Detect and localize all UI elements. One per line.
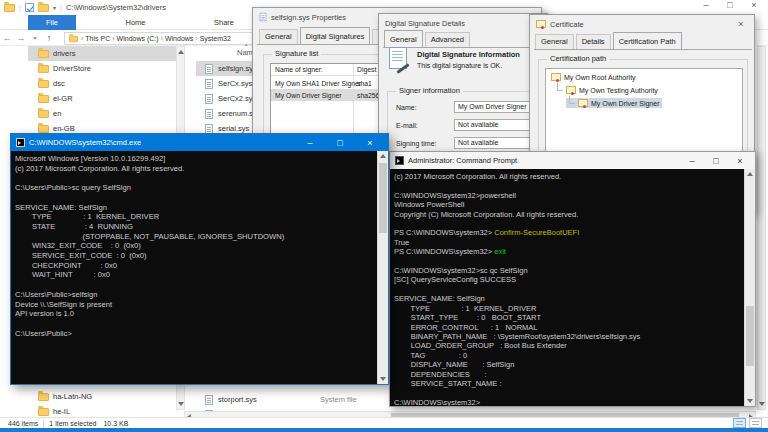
system-file-icon xyxy=(205,124,213,134)
signature-list-label: Signature list xyxy=(272,49,321,58)
scroll-down-icon[interactable] xyxy=(759,402,765,406)
forward-icon[interactable]: → xyxy=(14,33,28,43)
cmd-window: C:\WINDOWS\system32\cmd.exe – □ × Micros… xyxy=(10,133,389,385)
system-file-icon xyxy=(260,13,267,22)
breadcrumb-item: ›This PC xyxy=(81,35,110,42)
system-file-icon xyxy=(205,64,213,74)
file-row-storport[interactable]: storport.sysSystem file xyxy=(196,392,386,407)
files-vscrollbar[interactable] xyxy=(757,46,766,410)
close-icon[interactable]: × xyxy=(742,0,766,10)
back-icon[interactable]: ← xyxy=(0,33,14,43)
tab-general[interactable]: General xyxy=(535,34,574,49)
cert-node-testing-authority[interactable]: My Own Testing Authority xyxy=(554,85,661,95)
taskbar-edge[interactable] xyxy=(0,428,768,432)
certificate-title: Certificate xyxy=(550,20,584,29)
maximize-icon[interactable]: □ xyxy=(718,0,742,10)
desktop: | ▾ | C:\Windows\System32\drivers – □ × … xyxy=(0,0,768,432)
details-view-icon[interactable] xyxy=(733,418,746,428)
admin-cmd-text: (c) 2017 Microsoft Corporation. All righ… xyxy=(394,172,742,406)
cert-node-root-authority[interactable]: My Own Root Authority xyxy=(548,72,639,82)
tab-digital-signatures[interactable]: Digital Signatures xyxy=(300,27,371,44)
close-icon[interactable]: × xyxy=(357,138,383,148)
history-caret-icon[interactable]: ▾ xyxy=(28,34,42,41)
cmd-text: Microsoft Windows [Version 10.0.16299.49… xyxy=(15,154,375,384)
maximize-icon[interactable]: □ xyxy=(327,138,353,148)
signer-name-field[interactable]: My Own Driver Signer xyxy=(454,101,540,113)
vscroll-thumb[interactable] xyxy=(746,306,754,366)
tree-item-driverstore[interactable]: DriverStore xyxy=(28,61,178,76)
signing-time-field[interactable]: Not available xyxy=(454,137,540,149)
folder-icon xyxy=(69,35,78,41)
vscroll-thumb[interactable] xyxy=(379,163,387,233)
explorer-window-title: C:\Windows\System32\drivers xyxy=(66,3,166,12)
certificate-icon xyxy=(536,20,546,28)
certificate-titlebar[interactable]: Certificate × xyxy=(530,15,754,33)
folder-icon xyxy=(38,50,49,58)
breadcrumb-item: ›Windows xyxy=(161,35,194,42)
system-file-icon xyxy=(205,109,213,119)
tab-general[interactable]: General xyxy=(259,29,298,44)
cmd-scrollbar[interactable] xyxy=(377,151,388,384)
tab-file[interactable]: File xyxy=(28,15,76,30)
signature-status-text: This digital signature is OK. xyxy=(417,62,502,69)
properties-qat-icon[interactable] xyxy=(25,3,34,12)
folder-icon xyxy=(38,65,49,73)
tree-item-drivers[interactable]: drivers xyxy=(28,46,178,61)
tab-general[interactable]: General xyxy=(384,30,423,47)
tree-item-dsc[interactable]: dsc xyxy=(28,76,178,91)
scroll-down-icon[interactable] xyxy=(178,402,184,406)
tab-share[interactable]: Share xyxy=(200,15,248,30)
folder-icon xyxy=(38,125,49,133)
signer-information-label: Signer information xyxy=(396,86,463,95)
status-item-count: 446 items xyxy=(8,420,38,427)
minimize-icon[interactable]: – xyxy=(297,138,323,148)
scroll-up-icon[interactable] xyxy=(380,154,386,158)
properties-title: selfsign.sys Properties xyxy=(271,13,346,22)
tab-advanced[interactable]: Advanced xyxy=(425,32,470,47)
certificate-icon xyxy=(578,99,588,107)
column-name-of-signer[interactable]: Name of signer: xyxy=(275,66,323,73)
system-file-icon xyxy=(205,94,213,104)
separator xyxy=(43,419,44,428)
cert-node-driver-signer[interactable]: My Own Driver Signer xyxy=(566,98,662,108)
admin-cmd-scrollbar[interactable] xyxy=(744,169,755,406)
cmd-titlebar[interactable]: C:\WINDOWS\system32\cmd.exe – □ × xyxy=(11,134,388,151)
separator: | xyxy=(19,3,21,12)
admin-cmd-titlebar[interactable]: Administrator: Command Prompt – □ × xyxy=(390,152,755,169)
qat-caret-icon[interactable]: ▾ xyxy=(53,4,56,11)
field-label-name: Name: xyxy=(396,104,417,111)
explorer-statusbar: 446 items 1 item selected 10.3 KB xyxy=(0,417,768,428)
tab-certification-path[interactable]: Certification Path xyxy=(613,32,682,49)
scroll-up-icon[interactable] xyxy=(178,50,184,54)
scroll-down-icon[interactable] xyxy=(380,377,386,381)
tree-elbow xyxy=(557,83,563,91)
folder-icon xyxy=(38,408,49,416)
tree-item-ha-latn-ng[interactable]: ha-Latn-NG xyxy=(28,389,178,404)
minimize-icon[interactable]: – xyxy=(682,156,702,166)
chevron-icon: › xyxy=(81,35,83,42)
close-icon[interactable]: × xyxy=(730,156,750,166)
tree-item-en[interactable]: en xyxy=(28,106,178,121)
scroll-down-icon[interactable] xyxy=(747,399,753,403)
folder-qat-icon[interactable] xyxy=(38,4,49,12)
signature-info-heading: Digital Signature Information xyxy=(417,50,520,59)
maximize-icon[interactable]: □ xyxy=(706,156,726,166)
tab-details[interactable]: Details xyxy=(576,34,611,49)
scroll-up-icon[interactable] xyxy=(747,172,753,176)
admin-cmd-body[interactable]: (c) 2017 Microsoft Corporation. All righ… xyxy=(390,169,755,406)
certificate-icon xyxy=(566,86,576,94)
status-selected-size: 10.3 KB xyxy=(103,420,128,427)
breadcrumb-item: ›Windows (C:) xyxy=(112,35,158,42)
cmd-icon xyxy=(16,138,25,147)
close-icon[interactable]: × xyxy=(734,19,748,29)
signer-email-field[interactable]: Not available xyxy=(454,119,540,131)
large-icons-view-icon[interactable] xyxy=(749,418,762,428)
tree-item-el-gr[interactable]: el-GR xyxy=(28,91,178,106)
field-label-signing-time: Signing time: xyxy=(396,140,436,147)
sort-asc-icon: ▴ xyxy=(245,41,248,47)
chevron-icon: › xyxy=(195,35,197,42)
tab-home[interactable]: Home xyxy=(113,15,158,30)
cmd-body[interactable]: Microsoft Windows [Version 10.0.16299.49… xyxy=(11,151,388,384)
minimize-icon[interactable]: – xyxy=(694,0,718,10)
up-icon[interactable]: ↑ xyxy=(42,33,56,43)
